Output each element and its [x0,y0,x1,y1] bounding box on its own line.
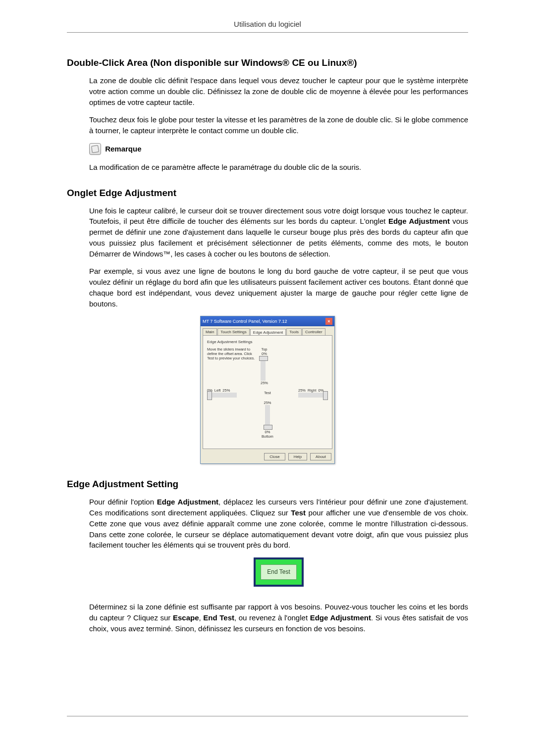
top-label: Top [261,347,268,352]
s3p2f: Edge Adjustment [310,613,371,622]
right-25pct: 25% [298,388,306,393]
s3p2e: , ou revenez à l'onglet [234,613,310,622]
control-panel-bottom-buttons: Close Help About [201,451,334,463]
s3p2d: End Test [203,613,234,622]
page-header-title: Utilisation du logiciel [67,20,468,33]
right-slider[interactable] [298,393,328,398]
close-button[interactable]: Close [264,453,285,460]
right-label: Right [308,388,317,393]
end-test-button[interactable]: End Test [261,564,296,580]
about-button[interactable]: About [310,453,331,460]
edge-adjustment-group-label: Edge Adjustment Settings [207,340,328,344]
tab-edge-adjustment[interactable]: Edge Adjustment [250,329,286,336]
section2-body: Une fois le capteur calibré, le curseur … [89,205,468,309]
left-25pct: 25% [222,388,230,393]
bottom-25pct: 25% [207,401,328,405]
note-label: Remarque [105,144,141,154]
control-panel-window: MT 7 Software Control Panel, Version 7.1… [200,316,335,464]
left-slider[interactable] [207,393,237,398]
end-test-frame: End Test [254,557,303,587]
s3p1a: Pour définir l'option [89,498,157,506]
figure-end-test: End Test [89,557,468,587]
section3-p1: Pour définir l'option Edge Adjustment, d… [89,497,468,551]
top-slider[interactable] [261,356,266,381]
s3p2b: Escape [173,613,199,622]
figure-control-panel: MT 7 Software Control Panel, Version 7.1… [67,316,468,464]
tab-controller[interactable]: Controller [302,328,325,335]
heading-onglet-edge-adjustment: Onglet Edge Adjustment [67,188,468,199]
tab-touch-settings[interactable]: Touch Settings [217,328,249,335]
section2-p2: Par exemple, si vous avez une ligne de b… [89,266,468,309]
page: Utilisation du logiciel Double-Click Are… [0,0,535,756]
tab-main[interactable]: Main [203,328,217,335]
section1-p3: La modification de ce paramètre affecte … [89,162,468,173]
top-25pct: 25% [261,381,268,385]
section3-p2: Déterminez si la zone définie est suffis… [89,602,468,634]
help-button[interactable]: Help [288,453,307,460]
test-label[interactable]: Test [261,391,274,395]
s3p2c: , [199,613,204,622]
top-0pct: 0% [261,352,268,356]
bottom-0pct: 0% [207,430,328,434]
close-icon[interactable]: × [325,318,332,325]
s3p1d: Test [291,508,306,517]
section3-body: Pour définir l'option Edge Adjustment, d… [89,497,468,634]
left-label: Left [214,388,221,393]
note-icon [89,143,101,155]
s3p1b: Edge Adjustment [157,498,218,506]
section1-p1: La zone de double clic définit l'espace … [89,75,468,107]
control-panel-tabs: Main Touch Settings Edge Adjustment Tool… [201,326,334,335]
section2-p1b: Edge Adjustment [388,217,450,225]
footer-divider [67,716,468,716]
control-panel-titlebar: MT 7 Software Control Panel, Version 7.1… [201,316,334,326]
section2-p1: Une fois le capteur calibré, le curseur … [89,205,468,259]
section1-p2: Touchez deux fois le globe pour tester l… [89,114,468,136]
edge-adjustment-instructions: Move the sliders inward to define the of… [207,347,257,360]
section1-body: La zone de double clic définit l'espace … [89,75,468,173]
bottom-slider[interactable] [265,405,270,430]
bottom-label: Bottom [207,434,328,439]
control-panel-title: MT 7 Software Control Panel, Version 7.1… [203,319,287,324]
heading-double-click-area: Double-Click Area (Non disponible sur Wi… [67,57,468,68]
tab-tools[interactable]: Tools [286,328,302,335]
control-panel-body: Edge Adjustment Settings Move the slider… [203,335,332,449]
heading-edge-adjustment-setting: Edge Adjustment Setting [67,479,468,490]
